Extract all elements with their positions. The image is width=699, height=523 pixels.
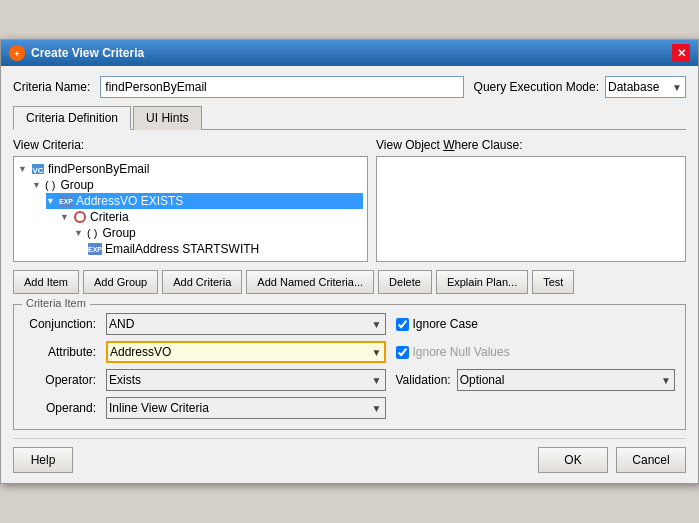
right-panel: View Object Where Clause: <box>376 138 686 262</box>
validation-area: Validation: Optional Required Optional w… <box>396 369 676 391</box>
add-named-criteria-button[interactable]: Add Named Criteria... <box>246 270 374 294</box>
where-clause-area <box>376 156 686 262</box>
add-criteria-button[interactable]: Add Criteria <box>162 270 242 294</box>
attribute-select-wrap: AddressVO ▼ <box>106 341 386 363</box>
action-button-row: Add Item Add Group Add Criteria Add Name… <box>13 270 686 294</box>
criteria-name-row: Criteria Name: Query Execution Mode: Dat… <box>13 76 686 98</box>
tree-item-addr-label: AddressVO EXISTS <box>76 194 183 208</box>
ok-button[interactable]: OK <box>538 447 608 473</box>
window-title: Create View Criteria <box>31 46 144 60</box>
conjunction-label: Conjunction: <box>24 317 96 331</box>
view-criteria-tree[interactable]: ▼ VC findPersonByEmail ▼ ( ) Group <box>13 156 368 262</box>
cancel-button[interactable]: Cancel <box>616 447 686 473</box>
conjunction-select-wrap: AND OR ▼ <box>106 313 386 335</box>
ignore-case-area: Ignore Case <box>396 317 676 331</box>
bottom-bar: Help OK Cancel <box>13 438 686 473</box>
test-button[interactable]: Test <box>532 270 574 294</box>
tree-item-root[interactable]: ▼ VC findPersonByEmail <box>18 161 363 177</box>
validation-select[interactable]: Optional Required Optional with Default <box>457 369 675 391</box>
tree-item-root-label: findPersonByEmail <box>48 162 149 176</box>
query-mode-select[interactable]: Database In Memory <box>605 76 686 98</box>
criteria-name-input[interactable] <box>100 76 463 98</box>
operand-select[interactable]: Inline View Criteria Literal Bind Parame… <box>106 397 386 419</box>
ignore-null-checkbox[interactable] <box>396 346 409 359</box>
title-bar-left: + Create View Criteria <box>9 45 144 61</box>
ignore-null-area: Ignore Null Values <box>396 345 676 359</box>
criteria-icon <box>73 211 87 223</box>
conjunction-row: Conjunction: AND OR ▼ Ignore Case <box>24 313 675 335</box>
conjunction-select[interactable]: AND OR <box>106 313 386 335</box>
operator-select[interactable]: Exists Not Exists Equals Not Equals <box>106 369 386 391</box>
tree-item-group2[interactable]: ▼ ( ) Group <box>74 225 363 241</box>
operand-label: Operand: <box>24 401 96 415</box>
ignore-null-label: Ignore Null Values <box>413 345 510 359</box>
window-icon: + <box>9 45 25 61</box>
tree-item-criteria[interactable]: ▼ Criteria <box>60 209 363 225</box>
left-panel: View Criteria: ▼ VC findPersonByEmail ▼ <box>13 138 368 262</box>
ignore-case-checkbox[interactable] <box>396 318 409 331</box>
add-group-button[interactable]: Add Group <box>83 270 158 294</box>
add-item-button[interactable]: Add Item <box>13 270 79 294</box>
attribute-label: Attribute: <box>24 345 96 359</box>
title-bar: + Create View Criteria ✕ <box>1 40 698 66</box>
operand-row: Operand: Inline View Criteria Literal Bi… <box>24 397 675 419</box>
attribute-row: Attribute: AddressVO ▼ Ignore Null Value… <box>24 341 675 363</box>
svg-text:EXP: EXP <box>88 246 102 253</box>
tree-item-group1[interactable]: ▼ ( ) Group <box>32 177 363 193</box>
ignore-case-checkbox-area: Ignore Case <box>396 317 676 331</box>
validation-select-wrap: Optional Required Optional with Default … <box>457 369 675 391</box>
tab-bar: Criteria Definition UI Hints <box>13 106 686 130</box>
operand-select-wrap: Inline View Criteria Literal Bind Parame… <box>106 397 386 419</box>
validation-label-area: Validation: Optional Required Optional w… <box>396 369 676 391</box>
attribute-select[interactable]: AddressVO <box>106 341 386 363</box>
collapse-icon-root[interactable]: ▼ <box>18 164 28 174</box>
window-body: Criteria Name: Query Execution Mode: Dat… <box>1 66 698 483</box>
ignore-null-checkbox-area: Ignore Null Values <box>396 345 676 359</box>
group2-paren-icon: ( ) <box>87 227 97 239</box>
view-criteria-label: View Criteria: <box>13 138 368 152</box>
operator-label: Operator: <box>24 373 96 387</box>
where-clause-label: View Object Where Clause: <box>376 138 686 152</box>
tree-item-email[interactable]: EXP EmailAddress STARTSWITH <box>88 241 363 257</box>
tab-criteria-definition[interactable]: Criteria Definition <box>13 106 131 130</box>
explain-plan-button[interactable]: Explain Plan... <box>436 270 528 294</box>
query-mode-label: Query Execution Mode: <box>474 80 599 94</box>
email-vo-icon: EXP <box>88 243 102 255</box>
main-window: + Create View Criteria ✕ Criteria Name: … <box>0 39 699 484</box>
validation-label: Validation: <box>396 373 451 387</box>
query-mode-dropdown-wrap: Database In Memory ▼ <box>605 76 686 98</box>
collapse-icon-criteria[interactable]: ▼ <box>60 212 70 222</box>
collapse-icon-addr[interactable]: ▼ <box>46 196 56 206</box>
criteria-name-label: Criteria Name: <box>13 80 90 94</box>
svg-point-7 <box>76 213 84 221</box>
criteria-item-box: Criteria Item Conjunction: AND OR ▼ Igno… <box>13 304 686 430</box>
group1-paren-icon: ( ) <box>45 179 55 191</box>
addr-vo-icon: EXP <box>59 195 73 207</box>
tree-item-group2-label: Group <box>102 226 135 240</box>
svg-text:VC: VC <box>32 166 43 175</box>
tree-item-criteria-label: Criteria <box>90 210 129 224</box>
tree-item-email-label: EmailAddress STARTSWITH <box>105 242 259 256</box>
svg-text:+: + <box>14 49 19 59</box>
ignore-case-label: Ignore Case <box>413 317 478 331</box>
delete-button[interactable]: Delete <box>378 270 432 294</box>
tree-item-addr-exists[interactable]: ▼ EXP AddressVO EXISTS <box>46 193 363 209</box>
svg-text:EXP: EXP <box>59 198 73 205</box>
collapse-icon-group1[interactable]: ▼ <box>32 180 42 190</box>
criteria-item-legend: Criteria Item <box>22 297 90 309</box>
query-mode-area: Query Execution Mode: Database In Memory… <box>474 76 686 98</box>
main-area: View Criteria: ▼ VC findPersonByEmail ▼ <box>13 138 686 262</box>
help-button[interactable]: Help <box>13 447 73 473</box>
tab-ui-hints[interactable]: UI Hints <box>133 106 202 130</box>
close-button[interactable]: ✕ <box>672 44 690 62</box>
operator-select-wrap: Exists Not Exists Equals Not Equals ▼ <box>106 369 386 391</box>
view-criteria-root-icon: VC <box>31 162 45 176</box>
collapse-icon-group2[interactable]: ▼ <box>74 228 84 238</box>
operator-row: Operator: Exists Not Exists Equals Not E… <box>24 369 675 391</box>
tree-item-group1-label: Group <box>60 178 93 192</box>
bottom-right-buttons: OK Cancel <box>538 447 686 473</box>
